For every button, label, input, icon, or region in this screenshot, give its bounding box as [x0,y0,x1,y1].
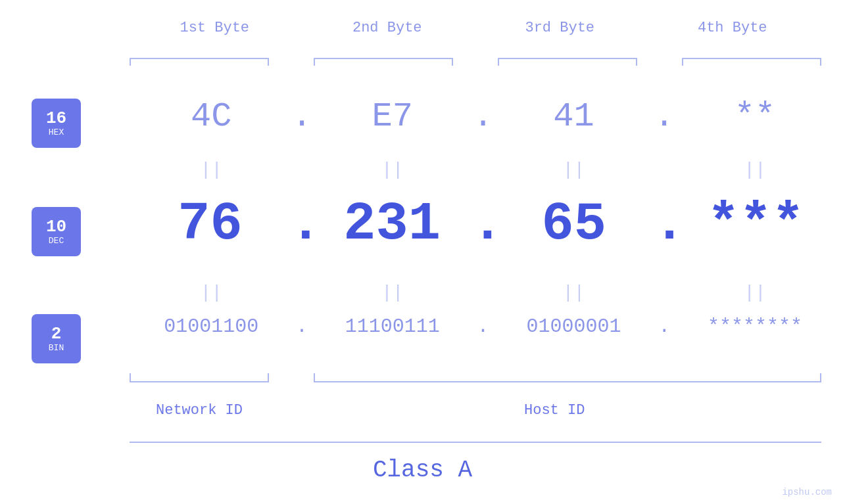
eq-2-1: || [131,283,291,303]
bin-badge: 2 BIN [32,314,81,363]
bin-val-2: 11100111 [312,315,473,338]
bin-dot-1: . [291,315,312,338]
bin-dot-2: . [473,315,494,338]
hex-dot-2: . [473,97,494,136]
dec-dot-1: . [289,194,312,255]
header-col1: 1st Byte [128,20,301,36]
hex-row: 4C . E7 . 41 . ** [95,97,835,136]
eq-row-2: || || || || [95,283,835,303]
dec-dot-2: . [471,194,495,255]
hex-val-3: 41 [493,97,654,136]
column-headers: 1st Byte 2nd Byte 3rd Byte 4th Byte [128,20,819,36]
hex-badge-label: HEX [49,127,64,137]
bracket-host-bottom [314,381,821,382]
eq-1-3: || [493,160,654,180]
header-col2: 2nd Byte [301,20,474,36]
bracket-top-4-left [682,58,683,66]
main-container: 16 HEX 10 DEC 2 BIN 1st Byte 2nd Byte 3r… [0,0,845,504]
hex-badge: 16 HEX [32,99,81,148]
bin-dot-3: . [654,315,675,338]
eq-1-4: || [675,160,835,180]
bin-row: 01001100 . 11100111 . 01000001 . *******… [95,315,835,338]
bin-val-3: 01000001 [493,315,654,338]
eq-1-1: || [131,160,291,180]
dec-badge-number: 10 [46,218,66,237]
bracket-top-4 [682,58,821,59]
hex-dot-3: . [654,97,675,136]
dec-badge: 10 DEC [32,207,81,256]
hex-dot-1: . [291,97,312,136]
bracket-net-bottom [130,381,269,382]
dec-row: 76 . 231 . 65 . *** [95,194,835,255]
bracket-top-2 [314,58,453,59]
host-id-label: Host ID [524,402,585,419]
network-id-label: Network ID [156,402,243,419]
class-line [130,442,821,443]
dec-val-3: 65 [495,194,654,255]
dec-badge-label: DEC [49,236,64,246]
bracket-top-2-right [452,58,453,66]
bracket-top-1-right [268,58,269,66]
header-col4: 4th Byte [646,20,819,36]
bin-val-1: 01001100 [131,315,291,338]
bin-val-4: ******** [675,315,835,338]
bracket-net-left [130,373,131,382]
watermark: ipshu.com [782,487,832,497]
bracket-net-right [268,373,269,382]
eq-1-2: || [312,160,473,180]
bracket-top-3-right [636,58,637,66]
class-label: Class A [0,457,845,484]
eq-2-3: || [493,283,654,303]
bracket-top-3 [498,58,637,59]
bracket-top-1 [130,58,269,59]
bracket-top-4-right [820,58,821,66]
bracket-top-2-left [314,58,315,66]
bracket-host-left [314,373,315,382]
hex-val-4: ** [675,97,835,136]
hex-val-2: E7 [312,97,473,136]
dec-val-4: *** [676,194,835,255]
eq-row-1: || || || || [95,160,835,180]
bin-badge-label: BIN [49,343,64,353]
hex-val-1: 4C [131,97,291,136]
bracket-top-1-left [130,58,131,66]
eq-2-4: || [675,283,835,303]
dec-val-2: 231 [312,194,471,255]
dec-dot-3: . [653,194,676,255]
header-col3: 3rd Byte [473,20,646,36]
bracket-top-3-left [498,58,499,66]
bracket-host-right [820,373,821,382]
eq-2-2: || [312,283,473,303]
bin-badge-number: 2 [51,325,62,344]
hex-badge-number: 16 [46,109,66,128]
dec-val-1: 76 [131,194,290,255]
